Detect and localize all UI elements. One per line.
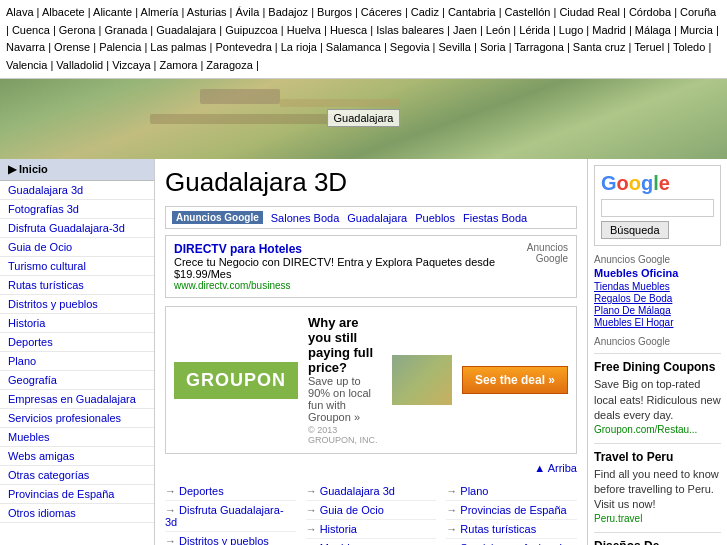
sidebar-item-plano[interactable]: Plano <box>0 352 154 371</box>
google-search-button[interactable]: Búsqueda <box>601 221 669 239</box>
sidebar-item-provincias[interactable]: Provincias de España <box>0 485 154 504</box>
groupon-image <box>392 355 452 405</box>
center-content: Guadalajara 3D Anuncios Google Salones B… <box>155 159 587 545</box>
bottom-link-rutas[interactable]: →Rutas turísticas <box>446 520 577 539</box>
right-ad-tiendas[interactable]: Tiendas Muebles <box>594 281 721 292</box>
groupon-deal-button[interactable]: See the deal » <box>462 366 568 394</box>
sidebar-item-deportes[interactable]: Deportes <box>0 333 154 352</box>
right-anuncios-section: Anuncios Google Muebles Oficina Tiendas … <box>594 254 721 328</box>
groupon-subtext: Save up to 90% on local fun with Groupon… <box>308 375 382 423</box>
right-anuncios-label2: Anuncios Google <box>594 336 721 347</box>
directv-desc: Crece tu Negocio con DIRECTV! Entra y Ex… <box>174 256 502 280</box>
sidebar-item-disfruta[interactable]: Disfruta Guadalajara-3d <box>0 219 154 238</box>
bottom-link-historia[interactable]: →Historia <box>306 520 437 539</box>
map-image: Guadalajara <box>0 79 727 159</box>
bottom-link-guadalajara3d[interactable]: →Guadalajara 3d <box>306 482 437 501</box>
google-search-box: Google Búsqueda <box>594 165 721 246</box>
travel-peru-title[interactable]: Travel to Peru <box>594 450 721 464</box>
free-dining-url: Groupon.com/Restau... <box>594 424 721 435</box>
travel-peru-section: Travel to Peru Find all you need to know… <box>594 450 721 524</box>
free-dining-text1: Save Big on top-rated local eats! Ridicu… <box>594 377 721 423</box>
right-ad-plano-malaga[interactable]: Plano De Málaga <box>594 305 721 316</box>
bottom-links-col1: →Deportes →Disfruta Guadalajara-3d →Dist… <box>165 482 296 545</box>
right-ad-muebles-hogar[interactable]: Muebles El Hogar <box>594 317 721 328</box>
directv-ad: DIRECTV para Hoteles Crece tu Negocio co… <box>165 235 577 298</box>
bottom-links-col2: →Guadalajara 3d →Guia de Ocio →Historia … <box>306 482 437 545</box>
sidebar-item-guadalajara3d[interactable]: Guadalajara 3d <box>0 181 154 200</box>
bottom-link-deportes[interactable]: →Deportes <box>165 482 296 501</box>
right-divider1 <box>594 353 721 354</box>
groupon-ad: GROUPON Why are you still paying full pr… <box>165 306 577 454</box>
left-sidebar: ▶ Inicio Guadalajara 3d Fotografías 3d D… <box>0 159 155 545</box>
right-sidebar: Google Búsqueda Anuncios Google Muebles … <box>587 159 727 545</box>
groupon-logo-text: GROUPON <box>186 370 286 391</box>
arriba-link[interactable]: ▲ Arriba <box>165 462 577 474</box>
sidebar-item-geografia[interactable]: Geografía <box>0 371 154 390</box>
bottom-link-provincias[interactable]: →Provincias de España <box>446 501 577 520</box>
right-anuncios-label: Anuncios Google <box>594 254 721 265</box>
sidebar-item-turismo[interactable]: Turismo cultural <box>0 257 154 276</box>
sidebar-item-distritos[interactable]: Distritos y pueblos <box>0 295 154 314</box>
sidebar-item-otros-idiomas[interactable]: Otros idiomas <box>0 504 154 523</box>
page-title: Guadalajara 3D <box>165 167 577 198</box>
bottom-links-grid: →Deportes →Disfruta Guadalajara-3d →Dist… <box>165 482 577 545</box>
directv-title[interactable]: DIRECTV para Hoteles <box>174 242 502 256</box>
directv-url: www.directv.com/business <box>174 280 502 291</box>
disenos-section: Diseños De... <box>594 539 721 545</box>
bottom-links-col3: →Plano →Provincias de España →Rutas turí… <box>446 482 577 545</box>
disenos-title[interactable]: Diseños De... <box>594 539 721 545</box>
right-divider3 <box>594 532 721 533</box>
anuncios-google-label: Anuncios Google <box>172 211 263 224</box>
sidebar-item-otras[interactable]: Otras categorías <box>0 466 154 485</box>
anuncios-google-small: Anuncios Google <box>502 242 568 264</box>
sidebar-item-rutas[interactable]: Rutas turísticas <box>0 276 154 295</box>
sidebar-item-guiaocio[interactable]: Guia de Ocio <box>0 238 154 257</box>
travel-peru-url: Peru.travel <box>594 513 721 524</box>
groupon-logo: GROUPON <box>174 362 298 399</box>
city-list: Alava | Albacete | Alicante | Almería | … <box>6 6 719 71</box>
top-navigation: Alava | Albacete | Alicante | Almería | … <box>0 0 727 79</box>
ad-link-guadalajara[interactable]: Guadalajara <box>347 212 407 224</box>
right-divider2 <box>594 443 721 444</box>
map-label: Guadalajara <box>327 109 401 127</box>
sidebar-inicio[interactable]: ▶ Inicio <box>0 159 154 181</box>
google-search-input[interactable] <box>601 199 714 217</box>
ad-link-pueblos[interactable]: Pueblos <box>415 212 455 224</box>
sidebar-item-servicios[interactable]: Servicios profesionales <box>0 409 154 428</box>
groupon-content: Why are you still paying full price? Sav… <box>308 315 382 445</box>
sidebar-item-empresas[interactable]: Empresas en Guadalajara <box>0 390 154 409</box>
bottom-link-plano[interactable]: →Plano <box>446 482 577 501</box>
free-dining-title[interactable]: Free Dining Coupons <box>594 360 721 374</box>
ad-bar: Anuncios Google Salones Boda Guadalajara… <box>165 206 577 229</box>
arriba-anchor[interactable]: ▲ Arriba <box>534 462 577 474</box>
ad-link-salones[interactable]: Salones Boda <box>271 212 340 224</box>
sidebar-item-webs[interactable]: Webs amigas <box>0 447 154 466</box>
sidebar-item-fotografias[interactable]: Fotografías 3d <box>0 200 154 219</box>
sidebar-item-muebles[interactable]: Muebles <box>0 428 154 447</box>
bottom-link-servicios[interactable]: →Servicios profesionales <box>446 539 577 545</box>
sidebar-item-historia[interactable]: Historia <box>0 314 154 333</box>
bottom-link-disfruta[interactable]: →Disfruta Guadalajara-3d <box>165 501 296 532</box>
google-logo: Google <box>601 172 714 195</box>
bottom-link-muebles[interactable]: →Muebles <box>306 539 437 545</box>
bottom-link-distritos[interactable]: →Distritos y pueblos <box>165 532 296 545</box>
groupon-question: Why are you still paying full price? <box>308 315 382 375</box>
right-ad-muebles-oficina[interactable]: Muebles Oficina <box>594 267 721 279</box>
ad-link-fiestas[interactable]: Fiestas Boda <box>463 212 527 224</box>
free-dining-section: Free Dining Coupons Save Big on top-rate… <box>594 360 721 434</box>
bottom-link-guiaocio[interactable]: →Guia de Ocio <box>306 501 437 520</box>
groupon-copyright: © 2013 GROUPON, INC. <box>308 425 382 445</box>
right-ad-regalos[interactable]: Regalos De Boda <box>594 293 721 304</box>
main-layout: ▶ Inicio Guadalajara 3d Fotografías 3d D… <box>0 159 727 545</box>
travel-peru-text: Find all you need to know before travell… <box>594 467 721 513</box>
